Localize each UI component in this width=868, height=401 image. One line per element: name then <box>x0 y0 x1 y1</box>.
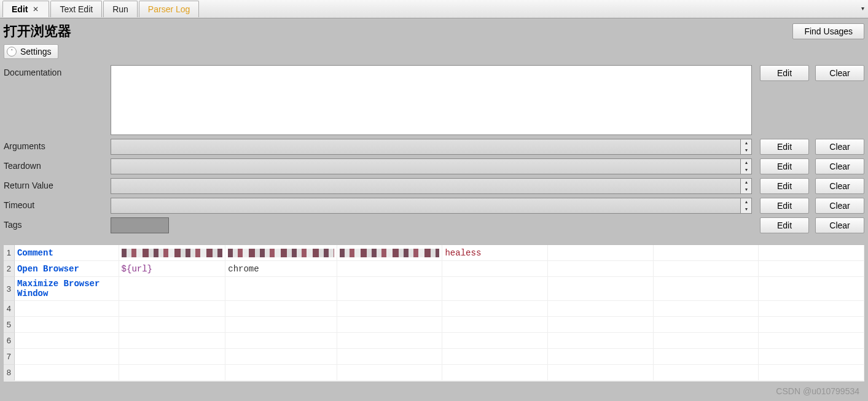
arguments-clear-button[interactable]: Clear <box>815 139 864 155</box>
keyword-cell[interactable]: Comment <box>15 245 119 261</box>
timeout-spinner[interactable]: ▴▾ <box>741 198 752 214</box>
return-value-spinner[interactable]: ▴▾ <box>741 178 752 194</box>
grid-cell[interactable] <box>654 301 759 317</box>
table-row[interactable]: 2Open Browser${url}chrome <box>4 261 864 277</box>
grid-cell[interactable] <box>548 333 654 349</box>
grid-cell[interactable] <box>442 317 548 333</box>
grid-cell[interactable] <box>548 317 654 333</box>
grid-cell[interactable] <box>225 317 337 333</box>
grid-cell[interactable] <box>225 245 337 261</box>
grid-cell[interactable] <box>337 301 443 317</box>
grid-cell[interactable] <box>759 349 864 365</box>
grid-cell[interactable] <box>337 277 443 301</box>
arguments-input[interactable] <box>111 139 741 155</box>
documentation-input[interactable] <box>111 65 752 135</box>
grid-cell[interactable] <box>119 365 226 381</box>
tags-clear-button[interactable]: Clear <box>815 217 864 233</box>
grid-cell[interactable] <box>759 317 864 333</box>
timeout-input[interactable] <box>111 198 741 214</box>
grid-cell[interactable] <box>442 277 548 301</box>
grid-cell[interactable] <box>119 317 226 333</box>
teardown-edit-button[interactable]: Edit <box>760 158 809 174</box>
return-value-clear-button[interactable]: Clear <box>815 178 864 194</box>
grid-cell[interactable] <box>225 349 337 365</box>
table-row[interactable]: 4 <box>4 301 864 317</box>
tab-run[interactable]: Run <box>103 1 138 17</box>
grid-cell[interactable] <box>225 365 337 381</box>
grid-cell[interactable] <box>119 349 226 365</box>
teardown-spinner[interactable]: ▴▾ <box>741 158 752 174</box>
grid-cell[interactable] <box>442 365 548 381</box>
grid-cell[interactable] <box>225 333 337 349</box>
grid-cell[interactable] <box>548 261 654 277</box>
chevron-up-icon[interactable]: ▴ <box>741 159 751 166</box>
grid-cell[interactable] <box>654 261 759 277</box>
grid-cell[interactable] <box>654 245 759 261</box>
table-row[interactable]: 7 <box>4 349 864 365</box>
timeout-edit-button[interactable]: Edit <box>760 198 809 214</box>
chevron-down-icon[interactable]: ▾ <box>741 206 751 213</box>
tab-edit[interactable]: Edit ✕ <box>2 1 49 17</box>
grid-cell[interactable] <box>225 277 337 301</box>
arguments-spinner[interactable]: ▴▾ <box>741 139 752 155</box>
grid-cell[interactable] <box>654 333 759 349</box>
grid-cell[interactable]: chrome <box>225 261 337 277</box>
timeout-clear-button[interactable]: Clear <box>815 198 864 214</box>
grid-cell[interactable] <box>759 261 864 277</box>
table-row[interactable]: 1Commenthealess <box>4 245 864 261</box>
grid-cell[interactable] <box>337 365 443 381</box>
keyword-cell[interactable] <box>15 349 119 365</box>
grid-cell[interactable] <box>119 333 226 349</box>
grid-cell[interactable] <box>548 277 654 301</box>
chevron-up-icon[interactable]: ▴ <box>741 139 751 147</box>
tab-parser-log[interactable]: Parser Log <box>139 1 199 17</box>
return-value-edit-button[interactable]: Edit <box>760 178 809 194</box>
tags-edit-button[interactable]: Edit <box>760 217 809 233</box>
tags-input[interactable] <box>111 217 169 233</box>
chevron-down-icon[interactable]: ▾ <box>741 166 751 174</box>
grid-cell[interactable] <box>759 365 864 381</box>
grid-cell[interactable] <box>654 317 759 333</box>
grid-cell[interactable] <box>337 245 443 261</box>
keyword-cell[interactable] <box>15 317 119 333</box>
documentation-clear-button[interactable]: Clear <box>815 65 864 81</box>
return-value-input[interactable] <box>111 178 741 194</box>
grid-cell[interactable] <box>548 365 654 381</box>
grid-cell[interactable] <box>442 349 548 365</box>
close-icon[interactable]: ✕ <box>31 5 40 14</box>
find-usages-button[interactable]: Find Usages <box>792 23 864 39</box>
grid-cell[interactable] <box>442 301 548 317</box>
grid-cell[interactable] <box>548 349 654 365</box>
grid-cell[interactable] <box>225 301 337 317</box>
grid-cell[interactable] <box>442 261 548 277</box>
grid-cell[interactable] <box>759 301 864 317</box>
chevron-up-icon[interactable]: ▴ <box>741 179 751 186</box>
chevron-down-icon[interactable]: ▾ <box>741 147 751 154</box>
grid-cell[interactable] <box>337 333 443 349</box>
settings-toggle[interactable]: ˄ Settings <box>4 44 58 59</box>
grid-cell[interactable] <box>337 317 443 333</box>
grid-cell[interactable] <box>119 277 226 301</box>
keyword-cell[interactable] <box>15 365 119 381</box>
expand-tabs-icon[interactable]: ▾ <box>861 5 864 12</box>
grid-cell[interactable] <box>337 349 443 365</box>
table-row[interactable]: 8 <box>4 365 864 381</box>
chevron-up-icon[interactable]: ▴ <box>741 198 751 206</box>
grid-cell[interactable]: healess <box>442 245 548 261</box>
documentation-edit-button[interactable]: Edit <box>760 65 809 81</box>
grid-cell[interactable] <box>759 245 864 261</box>
grid-cell[interactable] <box>759 277 864 301</box>
tab-text-edit[interactable]: Text Edit <box>50 1 102 17</box>
grid-cell[interactable] <box>548 245 654 261</box>
grid-cell[interactable] <box>548 301 654 317</box>
keyword-cell[interactable] <box>15 301 119 317</box>
grid-cell[interactable] <box>654 349 759 365</box>
teardown-clear-button[interactable]: Clear <box>815 158 864 174</box>
teardown-input[interactable] <box>111 158 741 174</box>
table-row[interactable]: 5 <box>4 317 864 333</box>
grid-cell[interactable] <box>337 261 443 277</box>
keyword-cell[interactable]: Maximize Browser Window <box>15 277 119 301</box>
keyword-cell[interactable] <box>15 333 119 349</box>
grid-cell[interactable] <box>119 301 226 317</box>
grid-cell[interactable] <box>759 333 864 349</box>
